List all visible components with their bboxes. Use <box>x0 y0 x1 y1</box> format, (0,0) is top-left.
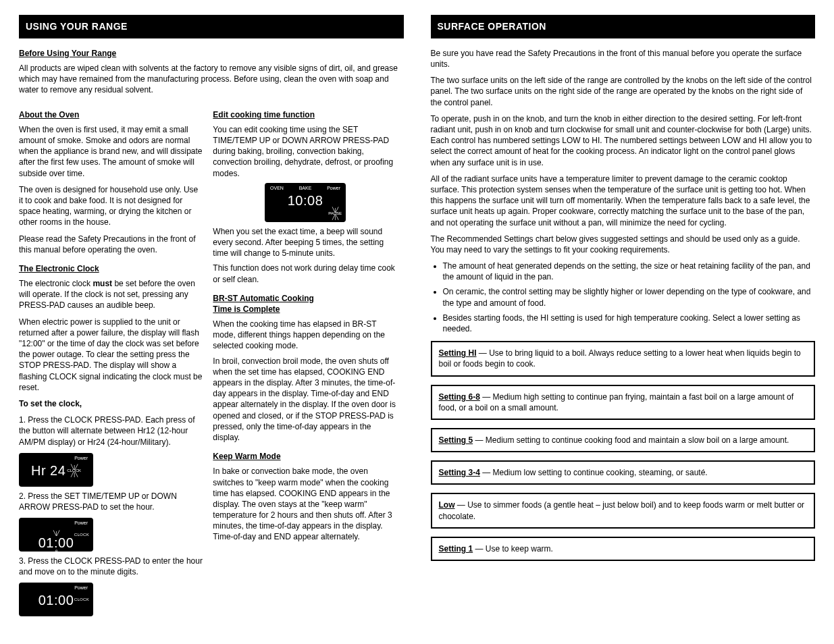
bullet-1: The amount of heat generated depends on … <box>443 261 816 282</box>
box-low: Low — Use to simmer foods (a gentle heat… <box>431 493 816 528</box>
edit-p2: When you set the exact time, a beep will… <box>213 226 397 259</box>
box-hi: Setting HI — Use to bring liquid to a bo… <box>431 341 816 376</box>
brst-p2: In broil, convection broil mode, the ove… <box>213 356 397 444</box>
edit-title: Edit cooking time function <box>213 109 397 120</box>
right-p3: To operate, push in on the knob, and tur… <box>431 113 816 168</box>
brst-title: BR-ST Automatic Cooking <box>213 293 397 304</box>
keep-p: In bake or convection bake mode, the ove… <box>213 466 397 542</box>
lcd-display-4: OVEN BAKE Power 10:08 ╲ | ╱PAUSE╱ | ╲ <box>265 183 346 222</box>
lcd-display-2: Power ╲ | ╱ 01:00 ╱ | ╲ CLOCK <box>19 518 93 552</box>
box-6-8: Setting 6-8 — Medium high setting to con… <box>431 385 816 420</box>
bullets-list: The amount of heat generated depends on … <box>431 261 816 334</box>
sec2-p2: The oven is designed for household use o… <box>19 184 203 228</box>
lcd-display-1: Power Hr 24 ╲ | ╱CLOCK╱ | ╲ <box>19 453 93 487</box>
right-p4: All of the radiant surface units have a … <box>431 173 816 228</box>
bullet-2: On ceramic, the control setting may be s… <box>443 286 816 308</box>
keep-title: Keep Warm Mode <box>213 451 397 462</box>
left-column: USING YOUR RANGE Before Using Your Range… <box>19 15 404 620</box>
bullet-3: Besides starting foods, the HI setting i… <box>443 313 816 334</box>
page-columns: USING YOUR RANGE Before Using Your Range… <box>19 15 815 620</box>
edit-p1: You can edit cooking time using the SET … <box>213 124 397 179</box>
brst-sub: Time is Complete <box>213 304 397 315</box>
sec1-title: Before Using Your Range <box>19 48 404 59</box>
step2-text: 2. Press the SET TIME/TEMP UP or DOWN AR… <box>19 491 203 512</box>
steps-intro: To set the clock, <box>19 398 203 409</box>
edit-p3: This function does not work during delay… <box>213 263 397 284</box>
clock-title: The Electronic Clock <box>19 263 203 274</box>
right-p2: The two surface units on the left side o… <box>431 75 816 108</box>
step3-text: 3. Press the CLOCK PRESS-PAD to enter th… <box>19 556 203 577</box>
clock-p2: When electric power is supplied to the u… <box>19 317 203 393</box>
right-column: SURFACE OPERATION Be sure you have read … <box>431 15 816 620</box>
box-3-4: Setting 3-4 — Medium low setting to cont… <box>431 460 816 485</box>
brst-p1: When the cooking time has elapsed in BR-… <box>213 319 397 352</box>
box-1: Setting 1 — Use to keep warm. <box>431 537 816 561</box>
lcd-display-3: Power 01:00 CLOCK <box>19 583 93 616</box>
sec2-p1: When the oven is first used, it may emit… <box>19 124 203 179</box>
sec1-body: All products are wiped clean with solven… <box>19 63 404 96</box>
sec2-p3: Please read the Safety Precautions in th… <box>19 234 203 255</box>
sec2-title: About the Oven <box>19 109 203 120</box>
rec-p: The Recommended Settings chart below giv… <box>431 234 816 255</box>
right-header: SURFACE OPERATION <box>431 15 816 38</box>
left-header: USING YOUR RANGE <box>19 15 404 38</box>
clock-p1: The electronic clock must be set before … <box>19 278 203 311</box>
step1-text: 1. Press the CLOCK PRESS-PAD. Each press… <box>19 414 203 448</box>
box-5: Setting 5 — Medium setting to continue c… <box>431 428 816 452</box>
right-p1: Be sure you have read the Safety Precaut… <box>431 48 816 70</box>
